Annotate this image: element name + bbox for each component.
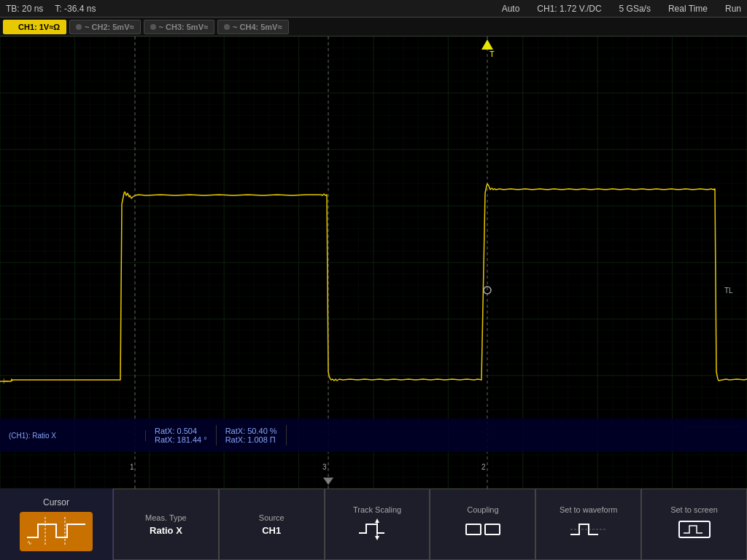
channel-tabs: CH1: 1V≈Ω ~ CH2: 5mV≈ ~ CH3: 5mV≈ ~ CH4:… [0, 18, 747, 36]
cursor-waveform-icon: ∿ [27, 517, 85, 546]
meas-source-section: (CH1): Ratio X [0, 430, 146, 441]
auto-label: Auto [502, 4, 520, 14]
svg-marker-13 [375, 518, 379, 523]
t-label: T: -36.4 ns [55, 4, 96, 14]
cursor-title-label: Cursor [43, 497, 69, 508]
bottom-panel: Cursor ∿ Meas. Type Ratio X Source CH1 T… [0, 489, 747, 560]
cursor-icon-box[interactable]: ∿ [20, 512, 93, 551]
svg-rect-15 [466, 524, 481, 534]
function-buttons: Meas. Type Ratio X Source CH1 Track Scal… [113, 489, 747, 560]
ch2-dot [76, 24, 82, 30]
meas-ratx-pct-section: RatX: 50.40 % RatX: 1.008 Π [217, 425, 287, 446]
source-title: Source [259, 513, 285, 522]
ch1-label: CH1: 1V≈Ω [18, 23, 60, 31]
ratx-ohm: RatX: 1.008 Π [225, 435, 277, 444]
ratx-angle: RatX: 181.44 ° [155, 435, 207, 444]
tb-label: TB: 20 ns [6, 4, 43, 14]
meas-type-title: Meas. Type [145, 513, 187, 522]
meas-ratx-section: RatX: 0.504 RatX: 181.44 ° [146, 425, 217, 446]
source-value: CH1 [262, 525, 281, 536]
meas-source-label: (CH1): Ratio X [9, 432, 136, 440]
sample-rate-label: 5 GSa/s [619, 4, 651, 14]
coupling-title: Coupling [467, 505, 498, 514]
trigger-time-display: T: -36.4 ns [55, 4, 96, 14]
coupling-icon [465, 518, 501, 544]
set-to-waveform-title: Set to waveform [560, 505, 617, 514]
svg-rect-18 [679, 521, 710, 537]
coupling-button[interactable]: Coupling [430, 489, 535, 560]
meas-type-button[interactable]: Meas. Type Ratio X [113, 489, 219, 560]
ch1-scale-label: CH1: 1.72 V./DC [537, 4, 601, 14]
top-status-bar: TB: 20 ns T: -36.4 ns Auto CH1: 1.72 V./… [0, 0, 747, 18]
cursor-section: Cursor ∿ [0, 489, 113, 560]
track-scaling-icon [359, 518, 395, 544]
set-to-screen-icon [676, 518, 713, 544]
ch2-tab[interactable]: ~ CH2: 5mV≈ [69, 20, 140, 34]
ratx-pct: RatX: 50.40 % [225, 427, 277, 435]
cursor3-label: 3 [322, 463, 327, 471]
cursor1-label: 1 [130, 463, 134, 471]
ch3-tab[interactable]: ~ CH3: 5mV≈ [144, 20, 214, 34]
ch4-label: ~ CH4: 5mV≈ [233, 23, 282, 31]
svg-text:∿: ∿ [27, 540, 32, 546]
ch3-dot [150, 24, 156, 30]
ch1-dot [9, 24, 15, 30]
mode-label: Real Time [668, 4, 708, 14]
scope-display: T ⊢ TL 1 3 2 www.elecfans.com (CH1): Rat… [0, 36, 747, 489]
set-to-screen-title: Set to screen [670, 505, 718, 514]
ch2-label: ~ CH2: 5mV≈ [85, 23, 133, 31]
ch1-tab[interactable]: CH1: 1V≈Ω [3, 20, 66, 34]
top-right-info: Auto CH1: 1.72 V./DC 5 GSa/s Real Time R… [502, 4, 741, 14]
ch4-tab[interactable]: ~ CH4: 5mV≈ [217, 20, 288, 34]
timebase-display: TB: 20 ns [6, 4, 43, 14]
cursor2-label: 2 [481, 463, 486, 471]
set-to-screen-button[interactable]: Set to screen [641, 489, 747, 560]
cursor-measurement-overlay: (CH1): Ratio X RatX: 0.504 RatX: 181.44 … [0, 419, 747, 452]
ratx-val: RatX: 0.504 [155, 427, 207, 435]
svg-marker-14 [375, 536, 379, 540]
source-button[interactable]: Source CH1 [219, 489, 325, 560]
svg-rect-16 [485, 524, 500, 534]
track-scaling-button[interactable]: Track Scaling [325, 489, 430, 560]
set-to-waveform-button[interactable]: Set to waveform [535, 489, 641, 560]
set-to-waveform-icon [570, 518, 607, 544]
run-state-label: Run [725, 4, 741, 14]
ch3-label: ~ CH3: 5mV≈ [159, 23, 208, 31]
track-scaling-title: Track Scaling [353, 505, 401, 514]
ch4-dot [224, 24, 230, 30]
meas-type-value: Ratio X [150, 525, 182, 536]
